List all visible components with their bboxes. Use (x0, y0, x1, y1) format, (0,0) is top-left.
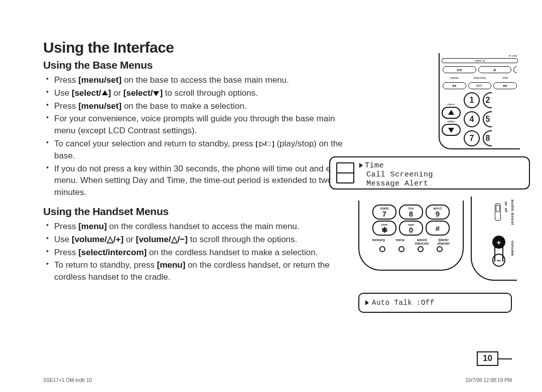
lcd-line: Time (359, 161, 524, 170)
key-label: [volume/△/+] (72, 235, 123, 244)
fn-delete-channel: delete/ channel (435, 239, 452, 245)
key-label: [menu] (78, 222, 107, 231)
key-digit: 9 (436, 210, 440, 218)
text: [select/ (72, 88, 101, 98)
key-label: [select/] (72, 88, 111, 98)
text: on the base to access the base main menu… (121, 75, 289, 85)
key-digit: 7 (382, 210, 386, 218)
handset-bullet: Use [volume/△/+] or [volume/△/−] to scro… (54, 234, 354, 246)
repeat-label: repeat (442, 76, 467, 79)
volume-label: volume (510, 241, 515, 256)
fn-button (379, 246, 385, 252)
digit-7-key: 7 (464, 130, 480, 146)
fn-memory: memory (370, 239, 387, 245)
triangle-down-icon (153, 91, 159, 96)
text: or (111, 88, 123, 98)
text: Use (54, 235, 72, 244)
indicator-label: in use (440, 54, 517, 57)
text: or (123, 235, 136, 244)
text: on (504, 202, 508, 206)
lcd-line: Message Alert (359, 179, 524, 188)
seven-segment-icon (336, 162, 354, 183)
key-label: [select/] (123, 88, 163, 98)
keypad-row: tone✱ oper0 # (372, 221, 450, 236)
key-digit: 0 (409, 226, 413, 234)
play-stop-button: ▷/□ (468, 82, 492, 89)
digit-8-key: 8 (483, 130, 492, 146)
fn-button (398, 246, 404, 252)
base-bullet: For your convenience, voice prompts will… (54, 113, 354, 137)
cursor-icon (365, 300, 369, 305)
on-off-label: on off (504, 202, 508, 212)
cut-button (513, 66, 517, 73)
text: Press (54, 222, 78, 231)
text-column: Using the Base Menus Press [menu/set] on… (43, 59, 354, 290)
audio-boost-label: audio boost (510, 200, 515, 225)
volume-rocker: + − (493, 236, 505, 267)
text: Press (54, 248, 78, 257)
handset-illustration: PQRS7 TUV8 WXYZ9 tone✱ oper0 # memory me… (358, 201, 520, 291)
lcd-text: Auto Talk :Off (372, 299, 435, 307)
a-button: A (478, 66, 512, 73)
key-digit: # (436, 225, 440, 232)
page-number-ornament: 10 (477, 351, 512, 366)
text: on the cordless handset to access the ma… (107, 222, 300, 231)
select-down-button (442, 124, 461, 136)
key-label: [menu/set] (78, 75, 121, 85)
key-label: [volume/△/−] (136, 235, 188, 244)
key-hash: # (426, 221, 450, 236)
base-lcd-screen: Time Call Screening Message Alert (329, 156, 530, 189)
text: To return to standby, press (54, 260, 157, 270)
text: on the base to make a selection. (121, 101, 247, 111)
key-digit: 8 (409, 210, 413, 218)
text: To cancel your selection and return to s… (54, 139, 255, 148)
cid-button: cid (443, 66, 476, 73)
text: Press (54, 75, 78, 85)
base-bullet: Press [menu/set] on the base to access t… (54, 74, 354, 86)
menu-up-button (442, 107, 461, 119)
fn-label-row: memory menu select/ intercom delete/ cha… (366, 239, 456, 245)
skip-label: skip (492, 76, 518, 79)
lcd-menu-lines: Time Call Screening Message Alert (359, 161, 524, 184)
triangle-up-icon (102, 90, 108, 95)
ffwd-button: ▸▸ (493, 82, 517, 89)
triangle-down-icon (448, 128, 454, 133)
handset-bullet: Press [select/intercom] on the cordless … (54, 247, 354, 259)
text: to scroll through the options. (188, 235, 297, 244)
handset-body: PQRS7 TUV8 WXYZ9 tone✱ oper0 # memory me… (358, 201, 464, 271)
handset-lcd-screen: Auto Talk :Off (358, 293, 512, 313)
fn-button-row (366, 246, 456, 252)
fn-button (437, 246, 443, 252)
key-label: [select/intercom] (78, 248, 147, 257)
play-stop-icon: [ ▷/□ ] (255, 139, 274, 148)
base-bullet: To cancel your selection and return to s… (54, 138, 354, 162)
text: Use (54, 88, 72, 98)
key-9: WXYZ9 (426, 205, 450, 220)
handset-bullet: To return to standby, press [menu] on th… (54, 259, 354, 283)
key-label: [menu/set] (78, 101, 121, 111)
document-page: Using the Interface Using the Base Menus… (0, 0, 542, 392)
rewind-button: ◂◂ (443, 82, 466, 89)
keypad-row: PQRS7 TUV8 WXYZ9 (372, 205, 450, 220)
volume-down-icon: − (492, 254, 505, 267)
key-digit: ✱ (381, 226, 388, 234)
base-bullet: If you do not press a key within 30 seco… (54, 163, 354, 199)
base-bullet: Use [select/] or [select/] to scroll thr… (54, 87, 354, 99)
key-8: TUV8 (399, 205, 423, 220)
text: on the cordless handset to make a select… (147, 248, 318, 257)
text: Press (54, 101, 78, 111)
digit-2-key: 2 (483, 92, 492, 108)
handset-bullet: Press [menu] on the cordless handset to … (54, 221, 354, 233)
ornament-line (498, 358, 512, 359)
base-unit-illustration: in use caller id cid A repeat play/stop … (439, 53, 520, 149)
section-heading-handset: Using the Handset Menus (43, 206, 354, 218)
footer-left: SSE17+1 OM.indb 10 (43, 377, 92, 383)
key-0: oper0 (399, 221, 423, 236)
print-footer: SSE17+1 OM.indb 10 15/7/08 12:08:19 PM (43, 377, 512, 383)
triangle-up-icon (448, 110, 454, 115)
key-7: PQRS7 (372, 205, 396, 220)
content-row: Using the Base Menus Press [menu/set] on… (43, 59, 512, 320)
fn-select-intercom: select/ intercom (414, 239, 431, 245)
lcd-line: Call Screening (359, 170, 524, 179)
section-heading-base: Using the Base Menus (43, 59, 354, 71)
